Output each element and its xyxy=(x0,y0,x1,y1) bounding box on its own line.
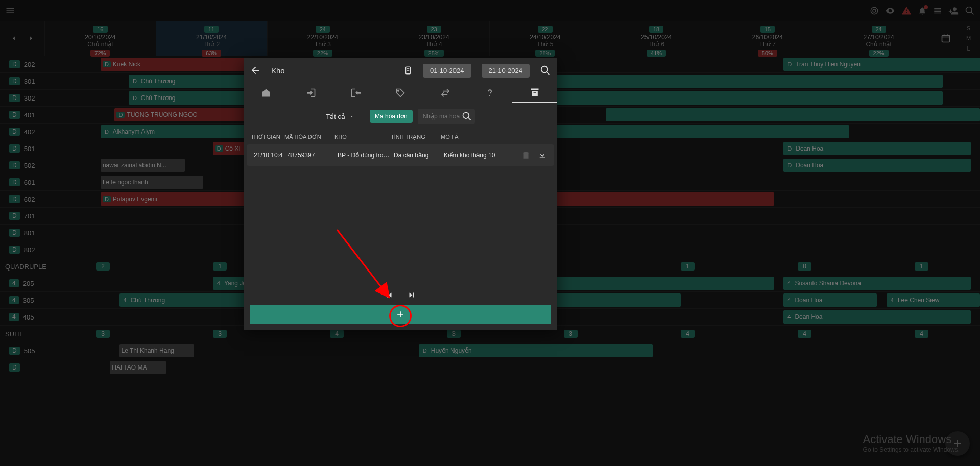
tab-logout-icon[interactable] xyxy=(333,83,378,103)
chevron-down-icon xyxy=(349,114,354,119)
tab-home-icon[interactable] xyxy=(244,83,289,103)
td-time: 21/10 10:4 xyxy=(254,152,283,159)
tab-archive-icon[interactable] xyxy=(512,83,557,103)
td-code: 48759397 xyxy=(288,152,333,159)
tab-help-icon[interactable] xyxy=(468,83,513,103)
back-arrow-icon[interactable] xyxy=(250,65,261,76)
modal-header: Kho 01-10-2024 21-10-2024 xyxy=(244,58,557,83)
page-last-icon[interactable] xyxy=(407,290,416,300)
delete-icon[interactable] xyxy=(521,151,531,160)
modal-tabs xyxy=(244,83,557,103)
date-from-chip[interactable]: 01-10-2024 xyxy=(423,64,471,78)
filter-row: Tất cả Mã hóa đơn xyxy=(244,103,557,130)
document-icon[interactable] xyxy=(403,66,413,75)
td-kho: BP - Đồ dùng tron… xyxy=(338,152,390,159)
row-actions xyxy=(521,151,547,160)
th-time: THỜI GIAN xyxy=(251,134,280,140)
th-code: MÃ HÓA ĐƠN xyxy=(284,134,330,140)
date-to-chip[interactable]: 21-10-2024 xyxy=(482,64,530,78)
modal-search-icon[interactable] xyxy=(540,65,551,76)
plus-icon xyxy=(395,309,405,320)
td-desc: Kiểm kho tháng 10 xyxy=(444,152,517,159)
tab-login-icon[interactable] xyxy=(289,83,333,103)
table-row[interactable]: 21/10 10:4 48759397 BP - Đồ dùng tron… Đ… xyxy=(247,144,554,166)
tab-tag-icon[interactable] xyxy=(378,83,423,103)
add-button[interactable] xyxy=(250,305,551,324)
td-status: Đã cân bằng xyxy=(394,152,440,159)
tab-transfer-icon[interactable] xyxy=(423,83,468,103)
th-status: TÌNH TRẠNG xyxy=(391,134,437,140)
th-kho: KHO xyxy=(334,134,387,140)
warehouse-modal: Kho 01-10-2024 21-10-2024 Tất cả Mã hóa … xyxy=(244,58,557,330)
modal-title: Kho xyxy=(271,66,393,75)
invoice-code-button[interactable]: Mã hóa đơn xyxy=(370,110,413,123)
table-header: THỜI GIAN MÃ HÓA ĐƠN KHO TÌNH TRẠNG MÔ T… xyxy=(244,130,557,144)
search-input-wrap xyxy=(418,109,475,124)
svg-point-4 xyxy=(398,90,399,91)
page-first-icon[interactable] xyxy=(385,290,394,300)
invoice-search-input[interactable] xyxy=(421,109,462,124)
th-desc: MÔ TẢ xyxy=(441,134,550,140)
input-search-icon[interactable] xyxy=(462,111,472,121)
filter-dropdown[interactable]: Tất cả xyxy=(326,113,354,120)
download-icon[interactable] xyxy=(538,151,547,160)
pagination xyxy=(244,285,557,305)
